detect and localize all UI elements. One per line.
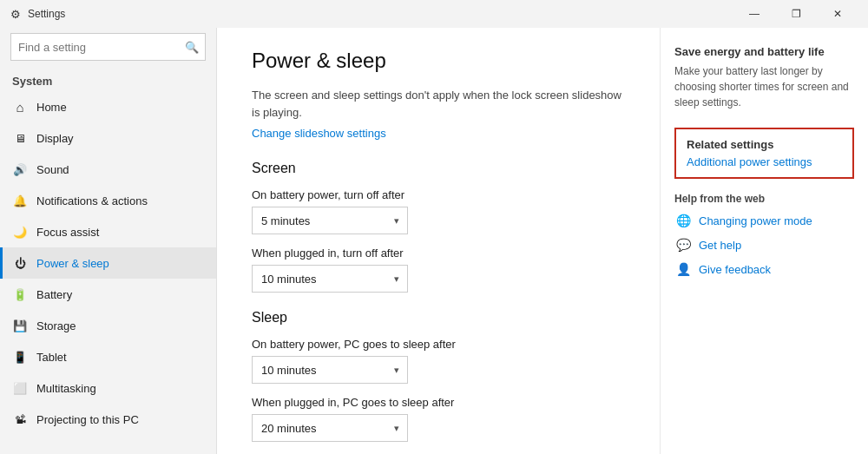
title-bar-left: ⚙ Settings — [10, 8, 65, 21]
screen-plugged-dropdown-wrap: 5 minutes 10 minutes 15 minutes 20 minut… — [252, 265, 408, 293]
search-input[interactable] — [10, 33, 206, 61]
save-energy-desc: Make your battery last longer by choosin… — [674, 63, 854, 110]
notifications-icon: 🔔 — [12, 193, 28, 208]
sidebar: 🔍 System ⌂ Home 🖥 Display 🔊 Sound 🔔 Noti… — [0, 28, 217, 454]
sleep-battery-label: On battery power, PC goes to sleep after — [252, 338, 625, 351]
title-bar-text: Settings — [28, 8, 65, 20]
sidebar-item-battery[interactable]: 🔋 Battery — [0, 279, 216, 310]
related-settings-title: Related settings — [687, 138, 842, 151]
help-section-title: Help from the web — [674, 193, 854, 205]
screen-battery-select[interactable]: 5 minutes 10 minutes 15 minutes 20 minut… — [252, 207, 408, 234]
app-content: 🔍 System ⌂ Home 🖥 Display 🔊 Sound 🔔 Noti… — [0, 28, 868, 454]
sidebar-item-battery-label: Battery — [36, 288, 72, 301]
sleep-battery-dropdown-wrap: 5 minutes 10 minutes 15 minutes 20 minut… — [252, 356, 408, 384]
screen-plugged-select[interactable]: 5 minutes 10 minutes 15 minutes 20 minut… — [252, 265, 408, 293]
focus-icon: 🌙 — [12, 224, 28, 240]
get-help-link[interactable]: Get help — [699, 239, 741, 252]
give-feedback-link[interactable]: Give feedback — [699, 263, 771, 276]
multitasking-icon: ⬜ — [12, 380, 28, 396]
maximize-button[interactable]: ❐ — [776, 0, 816, 28]
changing-power-mode-row: 🌐 Changing power mode — [674, 212, 854, 229]
sleep-battery-row: On battery power, PC goes to sleep after… — [252, 338, 625, 384]
sidebar-item-display[interactable]: 🖥 Display — [0, 122, 216, 154]
battery-icon: 🔋 — [12, 286, 28, 302]
screen-battery-row: On battery power, turn off after 5 minut… — [252, 188, 625, 234]
sidebar-item-tablet[interactable]: 📱 Tablet — [0, 341, 216, 372]
sidebar-item-home-label: Home — [36, 101, 67, 114]
display-icon: 🖥 — [12, 130, 28, 146]
changing-power-mode-link[interactable]: Changing power mode — [699, 214, 812, 227]
change-slideshow-link[interactable]: Change slideshow settings — [252, 127, 386, 140]
settings-icon: ⚙ — [10, 8, 21, 21]
sidebar-item-power[interactable]: ⏻ Power & sleep — [0, 247, 216, 279]
main-content: Power & sleep The screen and sleep setti… — [217, 28, 660, 454]
save-energy-section: Save energy and battery life Make your b… — [674, 45, 854, 110]
sidebar-item-sound-label: Sound — [36, 163, 69, 176]
power-icon: ⏻ — [12, 255, 28, 271]
sleep-plugged-row: When plugged in, PC goes to sleep after … — [252, 396, 625, 442]
page-title: Power & sleep — [252, 49, 625, 73]
sleep-section-title: Sleep — [252, 310, 625, 326]
sidebar-item-focus-label: Focus assist — [36, 226, 99, 239]
give-feedback-row: 👤 Give feedback — [674, 260, 854, 278]
sidebar-section-title: System — [0, 69, 216, 91]
title-bar: ⚙ Settings — ❐ ✕ — [0, 0, 868, 28]
sleep-plugged-select[interactable]: 10 minutes 15 minutes 20 minutes 30 minu… — [252, 414, 408, 442]
sound-icon: 🔊 — [12, 161, 28, 177]
tablet-icon: 📱 — [12, 349, 28, 365]
screen-plugged-label: When plugged in, turn off after — [252, 247, 625, 260]
sidebar-item-projecting-label: Projecting to this PC — [36, 413, 139, 426]
sidebar-item-projecting[interactable]: 📽 Projecting to this PC — [0, 404, 216, 435]
sidebar-item-display-label: Display — [36, 132, 74, 145]
sleep-section: Sleep On battery power, PC goes to sleep… — [252, 310, 625, 442]
web-icon: 🌐 — [674, 212, 692, 229]
sidebar-item-sound[interactable]: 🔊 Sound — [0, 154, 216, 185]
sleep-plugged-label: When plugged in, PC goes to sleep after — [252, 396, 625, 409]
sleep-battery-select[interactable]: 5 minutes 10 minutes 15 minutes 20 minut… — [252, 356, 408, 384]
screen-section-title: Screen — [252, 161, 625, 176]
sidebar-item-multitasking-label: Multitasking — [36, 382, 96, 395]
get-help-icon: 💬 — [674, 236, 692, 253]
sidebar-item-storage-label: Storage — [36, 319, 76, 332]
sidebar-item-home[interactable]: ⌂ Home — [0, 91, 216, 122]
sidebar-item-storage[interactable]: 💾 Storage — [0, 310, 216, 341]
sidebar-item-multitasking[interactable]: ⬜ Multitasking — [0, 372, 216, 404]
sidebar-item-power-label: Power & sleep — [36, 257, 109, 270]
sleep-plugged-dropdown-wrap: 10 minutes 15 minutes 20 minutes 30 minu… — [252, 414, 408, 442]
sidebar-item-tablet-label: Tablet — [36, 351, 67, 364]
screen-plugged-row: When plugged in, turn off after 5 minute… — [252, 247, 625, 293]
save-energy-title: Save energy and battery life — [674, 45, 854, 58]
projecting-icon: 📽 — [12, 411, 28, 427]
sidebar-item-notifications[interactable]: 🔔 Notifications & actions — [0, 185, 216, 216]
search-icon: 🔍 — [185, 41, 199, 54]
notice-text: The screen and sleep settings don't appl… — [252, 87, 625, 121]
close-button[interactable]: ✕ — [818, 0, 858, 28]
title-bar-controls: — ❐ ✕ — [734, 0, 858, 28]
sidebar-item-focus[interactable]: 🌙 Focus assist — [0, 216, 216, 247]
get-help-row: 💬 Get help — [674, 236, 854, 253]
help-section: Help from the web 🌐 Changing power mode … — [674, 193, 854, 278]
screen-battery-label: On battery power, turn off after — [252, 188, 625, 201]
additional-power-settings-link[interactable]: Additional power settings — [687, 155, 812, 168]
feedback-icon: 👤 — [674, 260, 692, 278]
home-icon: ⌂ — [12, 99, 28, 115]
right-panel: Save energy and battery life Make your b… — [660, 28, 868, 454]
screen-battery-dropdown-wrap: 5 minutes 10 minutes 15 minutes 20 minut… — [252, 207, 408, 234]
storage-icon: 💾 — [12, 318, 28, 333]
minimize-button[interactable]: — — [734, 0, 774, 28]
related-settings-box: Related settings Additional power settin… — [674, 128, 854, 179]
sidebar-search-container: 🔍 — [10, 33, 206, 61]
screen-section: Screen On battery power, turn off after … — [252, 161, 625, 293]
sidebar-item-notifications-label: Notifications & actions — [36, 194, 148, 207]
